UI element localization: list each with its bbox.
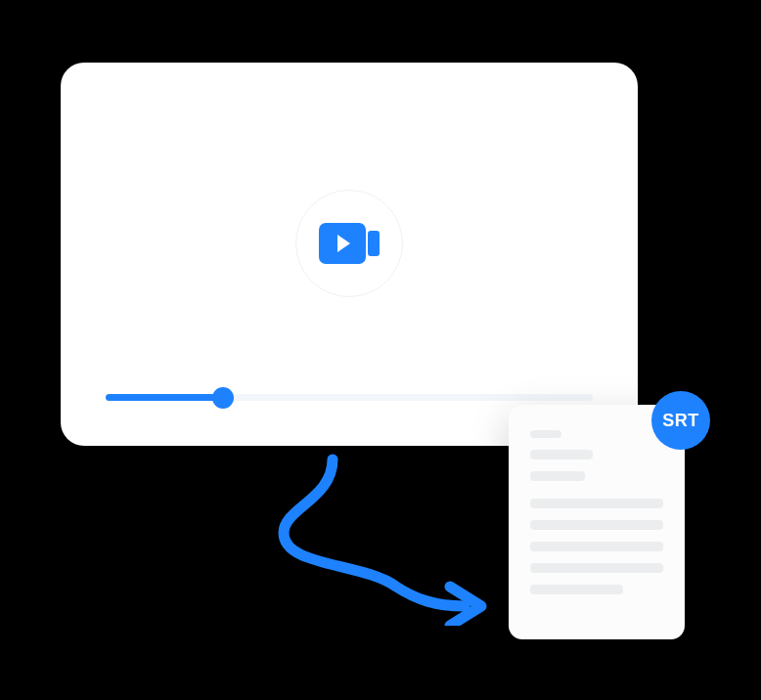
srt-badge: SRT bbox=[651, 391, 710, 450]
doc-line bbox=[530, 585, 623, 594]
srt-badge-label: SRT bbox=[662, 411, 699, 431]
doc-line bbox=[530, 542, 663, 551]
camera-body bbox=[319, 223, 366, 264]
video-progress-fill bbox=[106, 394, 223, 401]
subtitle-document-card: SRT bbox=[509, 405, 685, 639]
doc-line bbox=[530, 430, 561, 438]
video-progress-track[interactable] bbox=[106, 394, 593, 401]
doc-line bbox=[530, 450, 593, 459]
doc-line bbox=[530, 563, 663, 573]
play-button-circle[interactable] bbox=[295, 190, 403, 297]
doc-line bbox=[530, 471, 585, 481]
conversion-arrow-icon bbox=[254, 450, 499, 626]
doc-line bbox=[530, 520, 663, 530]
play-triangle-icon bbox=[337, 235, 350, 252]
video-player-card bbox=[61, 63, 638, 446]
doc-line bbox=[530, 499, 663, 508]
video-camera-icon bbox=[319, 223, 380, 264]
camera-lens bbox=[368, 231, 380, 256]
video-progress-thumb[interactable] bbox=[212, 387, 234, 409]
